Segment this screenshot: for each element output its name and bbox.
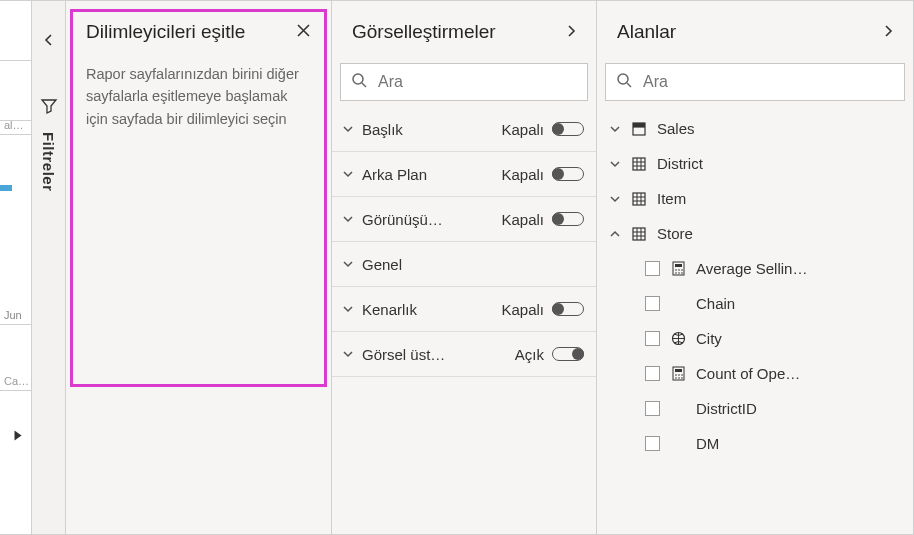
chevron-down-icon — [609, 123, 621, 135]
visualizations-title: Görselleştirmeler — [352, 21, 496, 43]
svg-point-0 — [353, 74, 363, 84]
svg-point-12 — [675, 272, 677, 274]
field-checkbox[interactable] — [645, 296, 660, 311]
format-row-aspect[interactable]: Görünüşü… Kapalı — [332, 197, 596, 242]
toggle-switch[interactable] — [552, 122, 584, 136]
format-row-visual-header[interactable]: Görsel üst… Açık — [332, 332, 596, 377]
svg-point-20 — [681, 374, 683, 376]
format-row-state: Kapalı — [501, 121, 544, 138]
chevron-down-icon — [342, 123, 354, 135]
calculator-icon — [670, 366, 686, 381]
canvas-label: Ca… — [4, 375, 29, 387]
field-label: Chain — [696, 295, 735, 312]
table-row-district[interactable]: District — [605, 146, 905, 181]
canvas-label: al… — [4, 119, 24, 131]
chevron-down-icon — [342, 168, 354, 180]
svg-rect-4 — [633, 158, 645, 170]
filters-pane-collapsed[interactable]: Filtreler — [32, 1, 66, 534]
chevron-left-icon[interactable] — [44, 33, 54, 47]
format-row-border[interactable]: Kenarlık Kapalı — [332, 287, 596, 332]
globe-icon — [670, 331, 686, 346]
field-checkbox[interactable] — [645, 261, 660, 276]
format-row-label: Kenarlık — [362, 301, 493, 318]
chevron-right-icon[interactable] — [883, 24, 893, 41]
chevron-up-icon — [609, 228, 621, 240]
toggle-switch[interactable] — [552, 347, 584, 361]
sync-slicers-description: Rapor sayfalarınızdan birini diğer sayfa… — [86, 63, 311, 130]
canvas-expand-caret-icon[interactable] — [15, 431, 22, 441]
svg-rect-5 — [633, 193, 645, 205]
report-canvas-edge: al… Jun Ca… — [0, 1, 32, 534]
format-row-title[interactable]: Başlık Kapalı — [332, 107, 596, 152]
sync-slicers-pane: Dilimleyicileri eşitle Rapor sayfalarını… — [66, 1, 332, 534]
format-row-state: Açık — [515, 346, 544, 363]
svg-point-1 — [618, 74, 628, 84]
sync-slicers-title: Dilimleyicileri eşitle — [86, 21, 245, 43]
svg-point-23 — [681, 377, 683, 379]
svg-point-14 — [681, 272, 683, 274]
format-row-label: Genel — [362, 256, 584, 273]
table-row-store[interactable]: Store — [605, 216, 905, 251]
field-label: Average Sellin… — [696, 260, 807, 277]
table-label: District — [657, 155, 703, 172]
svg-point-21 — [675, 377, 677, 379]
toggle-switch[interactable] — [552, 212, 584, 226]
fields-title: Alanlar — [617, 21, 676, 43]
format-row-general[interactable]: Genel — [332, 242, 596, 287]
field-checkbox[interactable] — [645, 436, 660, 451]
visualizations-pane: Görselleştirmeler Başlık Kapalı A — [332, 1, 597, 534]
svg-point-11 — [681, 269, 683, 271]
field-row-city[interactable]: City — [605, 321, 905, 356]
svg-point-10 — [678, 269, 680, 271]
field-label: Count of Ope… — [696, 365, 800, 382]
chevron-down-icon — [609, 158, 621, 170]
field-row-average-selling[interactable]: Average Sellin… — [605, 251, 905, 286]
table-row-sales[interactable]: Sales — [605, 111, 905, 146]
fields-search-input[interactable] — [643, 73, 894, 91]
filters-pane-label: Filtreler — [40, 132, 57, 192]
canvas-label: Jun — [4, 309, 22, 321]
search-icon — [351, 72, 368, 92]
svg-point-18 — [675, 374, 677, 376]
chevron-down-icon — [342, 213, 354, 225]
field-row-districtid[interactable]: DistrictID — [605, 391, 905, 426]
format-row-label: Arka Plan — [362, 166, 493, 183]
toggle-switch[interactable] — [552, 167, 584, 181]
table-icon — [631, 156, 647, 172]
fields-search[interactable] — [605, 63, 905, 101]
fields-pane: Alanlar Sales District — [597, 1, 913, 534]
format-row-state: Kapalı — [501, 166, 544, 183]
field-label: City — [696, 330, 722, 347]
field-label: DistrictID — [696, 400, 757, 417]
close-icon[interactable] — [296, 23, 311, 41]
field-row-chain[interactable]: Chain — [605, 286, 905, 321]
format-row-background[interactable]: Arka Plan Kapalı — [332, 152, 596, 197]
field-checkbox[interactable] — [645, 331, 660, 346]
field-row-dm[interactable]: DM — [605, 426, 905, 461]
svg-rect-17 — [675, 369, 682, 372]
visualizations-search-input[interactable] — [378, 73, 577, 91]
format-row-label: Görünüşü… — [362, 211, 493, 228]
field-row-count-open[interactable]: Count of Ope… — [605, 356, 905, 391]
table-icon — [631, 191, 647, 207]
field-checkbox[interactable] — [645, 401, 660, 416]
toggle-switch[interactable] — [552, 302, 584, 316]
calculator-icon — [670, 261, 686, 276]
table-row-item[interactable]: Item — [605, 181, 905, 216]
svg-point-22 — [678, 377, 680, 379]
chevron-down-icon — [609, 193, 621, 205]
svg-rect-3 — [633, 123, 645, 127]
svg-point-9 — [675, 269, 677, 271]
format-row-state: Kapalı — [501, 211, 544, 228]
table-label: Sales — [657, 120, 695, 137]
chevron-down-icon — [342, 258, 354, 270]
table-icon — [631, 121, 647, 137]
field-checkbox[interactable] — [645, 366, 660, 381]
visualizations-search[interactable] — [340, 63, 588, 101]
chevron-right-icon[interactable] — [566, 24, 576, 41]
format-row-label: Başlık — [362, 121, 493, 138]
search-icon — [616, 72, 633, 92]
chevron-down-icon — [342, 303, 354, 315]
table-label: Item — [657, 190, 686, 207]
svg-rect-8 — [675, 264, 682, 267]
